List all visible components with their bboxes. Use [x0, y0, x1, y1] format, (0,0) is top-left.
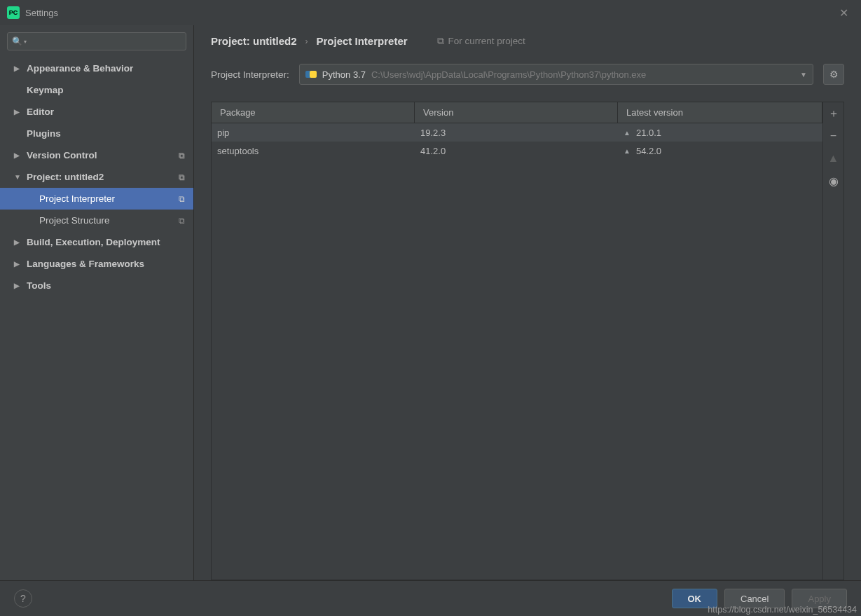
- window-title: Settings: [25, 8, 834, 18]
- cell-latest: ▲21.0.1: [618, 128, 822, 138]
- sidebar-item[interactable]: ▶Plugins: [0, 123, 193, 144]
- search-icon: 🔍: [12, 36, 22, 46]
- search-dropdown-icon: ▾: [24, 39, 27, 45]
- cell-version: 19.2.3: [415, 128, 618, 138]
- sidebar-item-label: Project Structure: [39, 215, 110, 226]
- sidebar-item-label: Editor: [27, 107, 54, 117]
- sidebar-item-label: Tools: [27, 280, 51, 291]
- app-icon: PC: [7, 6, 20, 19]
- cell-package: pip: [212, 128, 415, 138]
- help-button[interactable]: ?: [14, 589, 32, 608]
- packages-toolbar: ＋ − ▲ ◉: [823, 102, 844, 580]
- add-package-button[interactable]: ＋: [824, 102, 843, 125]
- copy-icon: ⧉: [179, 194, 185, 204]
- sidebar-subitem[interactable]: Project Structure⧉: [0, 210, 193, 231]
- expand-icon: ▶: [14, 64, 22, 72]
- titlebar: PC Settings ✕: [0, 0, 861, 25]
- dialog-footer: ? OK Cancel Apply: [0, 580, 861, 616]
- interpreter-name: Python 3.7: [322, 69, 366, 80]
- python-icon: [305, 69, 317, 80]
- expand-icon: ▶: [14, 282, 22, 289]
- expand-icon: ▶: [14, 238, 22, 246]
- interpreter-label: Project Interpreter:: [211, 69, 289, 80]
- sidebar-item-label: Project: untitled2: [27, 172, 104, 182]
- breadcrumb-hint: ⧉ For current project: [437, 36, 525, 47]
- upgrade-available-icon: ▲: [624, 129, 631, 137]
- sidebar-item[interactable]: ▶Languages & Frameworks: [0, 253, 193, 275]
- copy-icon: ⧉: [179, 172, 185, 182]
- sidebar-item-label: Languages & Frameworks: [27, 259, 144, 269]
- sidebar-item-label: Appearance & Behavior: [27, 63, 133, 74]
- expand-icon: ▶: [14, 260, 22, 268]
- sidebar-item[interactable]: ▶Tools: [0, 275, 193, 296]
- copy-icon: ⧉: [437, 36, 444, 47]
- sidebar-item[interactable]: ▶Appearance & Behavior: [0, 57, 193, 79]
- remove-package-button[interactable]: −: [824, 125, 843, 147]
- interpreter-path: C:\Users\wdj\AppData\Local\Programs\Pyth…: [371, 69, 794, 80]
- sidebar-item-label: Version Control: [27, 150, 97, 160]
- table-row[interactable]: pip19.2.3▲21.0.1: [212, 123, 822, 142]
- sidebar-item-label: Build, Execution, Deployment: [27, 237, 160, 247]
- sidebar-item[interactable]: ▶Version Control⧉: [0, 144, 193, 166]
- show-early-releases-button[interactable]: ◉: [824, 170, 843, 192]
- cell-version: 41.2.0: [415, 146, 618, 156]
- cell-latest: ▲54.2.0: [618, 146, 822, 156]
- breadcrumb: Project: untitled2 › Project Interpreter…: [211, 35, 844, 47]
- sidebar-item[interactable]: ▶Editor: [0, 101, 193, 123]
- sidebar-item[interactable]: ▶Keymap: [0, 79, 193, 101]
- gear-icon: ⚙: [829, 69, 839, 80]
- interpreter-dropdown[interactable]: Python 3.7 C:\Users\wdj\AppData\Local\Pr…: [299, 64, 813, 85]
- sidebar-item-label: Plugins: [27, 128, 61, 139]
- packages-table: Package Version Latest version pip19.2.3…: [211, 102, 823, 580]
- breadcrumb-root: Project: untitled2: [211, 35, 297, 47]
- search-input[interactable]: 🔍▾: [7, 32, 186, 50]
- ok-button[interactable]: OK: [672, 589, 718, 608]
- header-latest[interactable]: Latest version: [618, 102, 822, 123]
- copy-icon: ⧉: [179, 216, 185, 226]
- header-version[interactable]: Version: [415, 102, 618, 123]
- upgrade-available-icon: ▲: [624, 147, 631, 155]
- sidebar-item[interactable]: ▶Build, Execution, Deployment: [0, 231, 193, 253]
- close-button[interactable]: ✕: [834, 4, 854, 22]
- chevron-down-icon: ▼: [800, 71, 807, 78]
- sidebar-subitem[interactable]: Project Interpreter⧉: [0, 188, 193, 210]
- apply-button[interactable]: Apply: [792, 589, 847, 608]
- sidebar-item[interactable]: ▼Project: untitled2⧉: [0, 166, 193, 188]
- expand-icon: ▶: [14, 108, 22, 116]
- breadcrumb-separator: ›: [305, 36, 308, 46]
- content-pane: Project: untitled2 › Project Interpreter…: [194, 25, 861, 580]
- packages-header: Package Version Latest version: [212, 102, 822, 123]
- sidebar-item-label: Project Interpreter: [39, 193, 115, 204]
- header-package[interactable]: Package: [212, 102, 415, 123]
- cell-package: setuptools: [212, 146, 415, 156]
- table-row[interactable]: setuptools41.2.0▲54.2.0: [212, 142, 822, 160]
- sidebar: 🔍▾ ▶Appearance & Behavior▶Keymap▶Editor▶…: [0, 25, 194, 580]
- cancel-button[interactable]: Cancel: [724, 589, 785, 608]
- breadcrumb-leaf: Project Interpreter: [317, 35, 408, 47]
- copy-icon: ⧉: [179, 151, 185, 160]
- expand-icon: ▶: [14, 151, 22, 159]
- upgrade-package-button[interactable]: ▲: [824, 147, 843, 170]
- interpreter-settings-button[interactable]: ⚙: [823, 64, 844, 85]
- expand-icon: ▼: [14, 173, 22, 181]
- sidebar-item-label: Keymap: [27, 85, 64, 95]
